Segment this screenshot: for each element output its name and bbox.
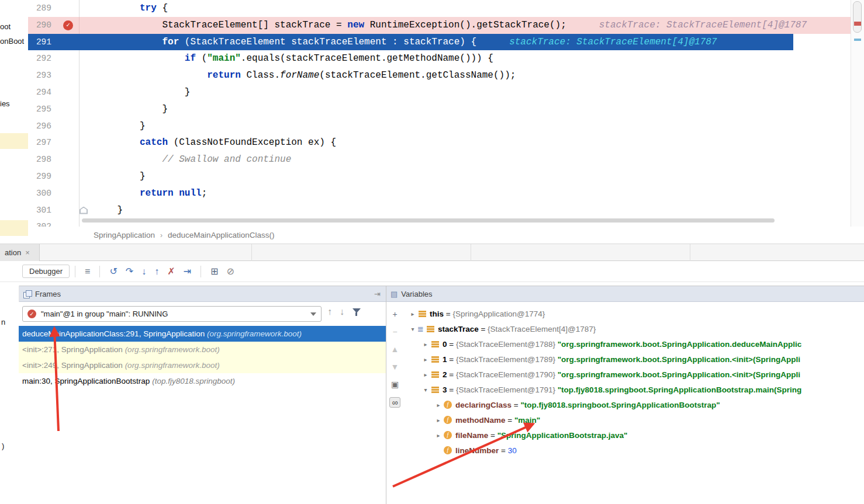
variable-row[interactable]: ▸1 = {StackTraceElement@1789} "org.sprin… (403, 352, 864, 367)
code-editor[interactable]: 289 try {290✓ StackTraceElement[] stackT… (28, 0, 851, 227)
tree-chevron-icon[interactable]: ▾ (421, 387, 430, 393)
view-breakpoints-icon[interactable]: ⊞ (210, 266, 218, 277)
editor-horizontal-scrollbar[interactable] (82, 218, 775, 223)
code-token (84, 70, 207, 81)
tree-chevron-icon[interactable]: ▸ (434, 417, 443, 423)
variable-icon (431, 371, 439, 378)
variable-name: 0 (443, 340, 447, 349)
breadcrumb-method[interactable]: deduceMainApplicationClass() (168, 231, 274, 239)
show-watches-icon[interactable]: ∞ (389, 397, 401, 408)
variable-icon (427, 326, 434, 332)
step-out-icon[interactable]: ↑ (154, 266, 159, 277)
code-token: (stackTraceElement.getClassName()); (319, 70, 516, 81)
tree-chevron-icon[interactable]: ▸ (421, 356, 430, 363)
variable-name: fileName (455, 431, 488, 440)
tabstrip-separator (251, 244, 252, 261)
code-token: (ClassNotFoundException ex) { (168, 137, 336, 148)
add-watch-icon[interactable]: + (392, 310, 397, 319)
variable-row[interactable]: ▸2 = {StackTraceElement@1790} "org.sprin… (403, 367, 864, 382)
code-text: catch (ClassNotFoundException ex) { (80, 134, 336, 151)
run-to-cursor-icon[interactable]: ⇥ (184, 266, 191, 277)
scrollbar-thumb[interactable] (853, 1, 862, 33)
breadcrumb: SpringApplication › deduceMainApplicatio… (28, 227, 851, 244)
move-watch-down-icon[interactable]: ▼ (391, 362, 399, 371)
code-line-289[interactable]: 289 try { (28, 0, 851, 17)
variable-row[interactable]: ▾≣stackTrace = {StackTraceElement[4]@178… (403, 321, 864, 336)
variable-object-ref: {StackTraceElement@1790} (456, 370, 558, 379)
variable-row[interactable]: ▸flineNumber = 30 (403, 443, 864, 458)
frame-package: (top.fjy8018.springboot) (152, 377, 235, 385)
editor-vertical-scrollbar[interactable] (851, 0, 864, 227)
code-line-297[interactable]: 297 catch (ClassNotFoundException ex) { (28, 134, 851, 151)
code-line-300[interactable]: 300 return null; (28, 185, 851, 202)
variable-object-ref: {StackTraceElement@1789} (456, 355, 558, 364)
tree-chevron-icon[interactable]: ▸ (421, 341, 430, 347)
line-number: 300 (28, 185, 55, 202)
code-token (84, 188, 140, 199)
code-line-298[interactable]: 298 // Swallow and continue (28, 151, 851, 168)
tree-chevron-icon[interactable]: ▸ (434, 402, 443, 408)
chevron-down-icon[interactable] (310, 312, 316, 316)
show-execution-point-icon[interactable]: ↺ (109, 266, 117, 277)
tree-chevron-icon[interactable]: ▸ (408, 311, 417, 317)
tab-debugger[interactable]: Debugger (22, 265, 70, 278)
next-frame-icon[interactable]: ↓ (340, 307, 344, 317)
variable-row[interactable]: ▸0 = {StackTraceElement@1788} "org.sprin… (403, 336, 864, 352)
code-line-294[interactable]: 294 } (28, 84, 851, 101)
code-line-293[interactable]: 293 return Class.forName(stackTraceEleme… (28, 67, 851, 84)
gutter-icon-slot: ✓ (55, 17, 80, 34)
tree-chevron-icon[interactable]: ▸ (421, 371, 430, 378)
frame-row[interactable]: deduceMainApplicationClass:291, SpringAp… (19, 326, 386, 342)
gutter-icon-slot (55, 134, 80, 151)
variables-panel: ▸this = {SpringApplication@1774}▾≣stackT… (403, 302, 864, 504)
duplicate-watch-icon[interactable]: ▣ (391, 380, 399, 389)
variable-object-ref: {StackTraceElement[4]@1787} (488, 325, 596, 333)
code-text: return Class.forName(stackTraceElement.g… (80, 67, 516, 84)
variable-row[interactable]: ▸this = {SpringApplication@1774} (403, 306, 864, 321)
code-line-290[interactable]: 290✓ StackTraceElement[] stackTrace = ne… (28, 17, 851, 34)
mute-breakpoints-icon[interactable]: ⊘ (226, 266, 234, 277)
tool-window-tabstrip: ation × (0, 244, 864, 261)
variables-icon: ▤ (390, 290, 398, 298)
hide-library-frames-icon[interactable] (352, 307, 361, 317)
variable-row[interactable]: ▸fmethodName = "main" (403, 412, 864, 427)
code-line-301[interactable]: 301 } (28, 202, 851, 219)
code-line-296[interactable]: 296 } (28, 118, 851, 135)
editor-tab-application[interactable]: ation × (0, 244, 40, 261)
line-number: 292 (28, 50, 55, 67)
remove-watch-icon[interactable]: − (392, 327, 397, 336)
frame-package: (org.springframework.boot) (125, 361, 220, 370)
code-line-295[interactable]: 295 } (28, 101, 851, 118)
tab-close-icon[interactable]: × (25, 248, 30, 257)
breadcrumb-class[interactable]: SpringApplication (94, 231, 155, 239)
tree-chevron-icon[interactable]: ▾ (408, 326, 417, 332)
frame-row[interactable]: main:30, SpringApplicationBootstrap (top… (19, 373, 386, 389)
execution-stripe-mark[interactable] (854, 39, 861, 41)
variable-row[interactable]: ▾3 = {StackTraceElement@1791} "top.fjy80… (403, 382, 864, 397)
tree-chevron-icon[interactable]: ▸ (434, 432, 443, 439)
layout-settings-icon[interactable]: ≡ (85, 266, 90, 277)
tabstrip-separator (471, 244, 471, 261)
breakpoint-stripe-mark[interactable] (854, 22, 861, 26)
thread-selector-dropdown[interactable]: ✓ "main"@1 in group "main": RUNNING (22, 306, 322, 322)
code-token: ; (202, 188, 208, 199)
gutter-icon-slot (55, 67, 80, 84)
drop-frame-icon[interactable]: ✗ (167, 266, 175, 277)
variable-object-ref: {StackTraceElement@1791} (456, 385, 558, 394)
code-line-292[interactable]: 292 if ("main".equals(stackTraceElement.… (28, 50, 851, 67)
move-watch-up-icon[interactable]: ▲ (391, 345, 399, 354)
variables-panel-header: ▤ Variables (386, 286, 864, 302)
code-line-291[interactable]: 291 for (StackTraceElement stackTraceEle… (28, 34, 851, 51)
step-into-icon[interactable]: ↓ (141, 266, 146, 277)
toolbar-divider (201, 266, 201, 277)
breakpoint-icon[interactable]: ✓ (63, 20, 73, 30)
frames-pin-icon[interactable]: ⇥ (374, 290, 381, 298)
variable-row[interactable]: ▸fdeclaringClass = "top.fjy8018.springbo… (403, 397, 864, 412)
frame-row[interactable]: <init>:271, SpringApplication (org.sprin… (19, 342, 386, 357)
code-line-299[interactable]: 299 } (28, 168, 851, 185)
variable-row[interactable]: ▸ffileName = "SpringApplicationBootstrap… (403, 427, 864, 443)
frame-row[interactable]: <init>:249, SpringApplication (org.sprin… (19, 357, 386, 373)
equals-sign: = (506, 416, 514, 425)
step-over-icon[interactable]: ↷ (126, 266, 133, 277)
previous-frame-icon[interactable]: ↑ (327, 307, 332, 317)
